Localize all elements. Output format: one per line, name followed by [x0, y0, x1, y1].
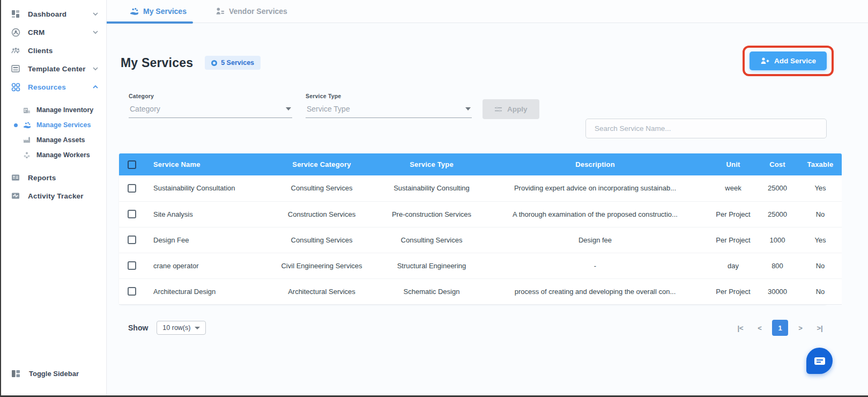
category-select[interactable]: Category: [129, 99, 292, 118]
sidebar-item-label: Clients: [28, 47, 99, 55]
column-header[interactable]: Service Category: [260, 153, 383, 175]
cell-cost: 1000: [756, 227, 799, 253]
cell-service-category: Civil Engineering Services: [260, 253, 383, 278]
row-checkbox[interactable]: [128, 210, 136, 218]
row-checkbox[interactable]: [128, 287, 136, 296]
cell-unit: Per Project: [710, 278, 756, 304]
sidebar-item-clients[interactable]: Clients: [1, 41, 106, 60]
column-header[interactable]: Unit: [710, 153, 756, 175]
column-header[interactable]: Service Name: [145, 153, 260, 175]
vendor-services-icon: [216, 7, 225, 16]
table-row[interactable]: Design Fee Consulting Services Consultin…: [119, 227, 842, 253]
sidebar-item-activity-tracker[interactable]: Activity Tracker: [1, 187, 106, 205]
cell-taxable: No: [799, 201, 842, 227]
tab-label: My Services: [143, 7, 187, 16]
table-header-row: Service Name Service Category Service Ty…: [119, 153, 842, 175]
content: My Services 5 Services Add Service Categ…: [121, 23, 827, 395]
column-header[interactable]: Description: [480, 153, 710, 175]
cell-cost: 25000: [756, 201, 799, 227]
cell-service-type: Sustainability Consulting: [383, 175, 480, 201]
cell-service-name: Sustainability Consultation: [145, 175, 260, 201]
search-row: [585, 119, 827, 138]
service-type-label: Service Type: [306, 93, 472, 99]
row-checkbox[interactable]: [128, 236, 136, 244]
table-footer: Show 10 row(s) |< < 1 > >|: [121, 317, 827, 339]
cell-description: process of creating and developing the o…: [480, 278, 710, 304]
toggle-sidebar-label: Toggle Sidebar: [29, 370, 79, 378]
cell-taxable: Yes: [799, 227, 842, 253]
row-checkbox[interactable]: [128, 184, 136, 193]
category-placeholder: Category: [130, 105, 160, 113]
caret-down-icon: [195, 327, 200, 329]
tab-vendor-services[interactable]: Vendor Services: [209, 0, 294, 23]
sidebar-item-label: Template Center: [28, 65, 92, 73]
tab-bar: My Services Vendor Services: [107, 0, 868, 23]
sidebar-item-manage-services[interactable]: Manage Services: [1, 117, 106, 133]
cell-description: -: [480, 253, 710, 278]
add-service-icon: [760, 57, 769, 65]
table-row[interactable]: Sustainability Consultation Consulting S…: [119, 175, 842, 201]
chevron-down-icon: [92, 29, 99, 35]
apply-button[interactable]: Apply: [483, 99, 539, 119]
chat-widget-button[interactable]: [806, 348, 833, 374]
tab-my-services[interactable]: My Services: [123, 0, 193, 23]
last-page-button[interactable]: >|: [813, 321, 827, 335]
cell-unit: week: [710, 175, 756, 201]
cell-service-type: Structural Engineering: [383, 253, 480, 278]
table-row[interactable]: Architectural Design Architectural Servi…: [119, 278, 842, 304]
toggle-sidebar-button[interactable]: Toggle Sidebar: [1, 369, 79, 378]
sidebar-item-label: CRM: [28, 28, 92, 36]
cell-description: Providing expert advice on incorporating…: [480, 175, 710, 201]
current-page-button[interactable]: 1: [772, 320, 788, 336]
template-center-icon: [11, 64, 20, 73]
app-window: Dashboard CRM Clients Template Center: [0, 0, 868, 397]
column-header[interactable]: Service Type: [383, 153, 480, 175]
table-row[interactable]: Site Analysis Construction Services Pre-…: [119, 201, 842, 227]
sidebar-item-dashboard[interactable]: Dashboard: [1, 5, 106, 23]
chevron-down-icon: [92, 11, 99, 17]
chat-icon: [814, 357, 825, 365]
row-checkbox[interactable]: [128, 261, 136, 270]
sidebar-item-resources[interactable]: Resources: [1, 78, 106, 96]
column-header[interactable]: Taxable: [799, 153, 842, 175]
sidebar-item-reports[interactable]: Reports: [1, 168, 106, 187]
cell-service-category: Architectural Services: [260, 278, 383, 304]
sidebar-item-manage-workers[interactable]: Manage Workers: [1, 148, 106, 163]
cell-cost: 25000: [756, 175, 799, 201]
chevron-up-icon: [92, 84, 99, 90]
rows-per-page-select[interactable]: 10 row(s): [157, 321, 206, 335]
sidebar-item-label: Resources: [28, 83, 92, 91]
resources-icon: [11, 82, 20, 92]
cell-taxable: No: [799, 278, 842, 304]
select-all-checkbox[interactable]: [128, 160, 136, 169]
add-service-button[interactable]: Add Service: [750, 52, 827, 70]
cell-service-category: Construction Services: [260, 201, 383, 227]
sidebar-item-label: Reports: [28, 174, 99, 182]
services-count-label: 5 Services: [221, 59, 254, 67]
sidebar-item-label: Manage Assets: [36, 136, 85, 144]
sidebar-item-label: Manage Workers: [36, 151, 90, 159]
crm-icon: [11, 27, 20, 37]
table-row[interactable]: crane operator Civil Engineering Service…: [119, 253, 842, 278]
cell-service-type: Pre-construction Services: [383, 201, 480, 227]
sidebar-item-manage-assets[interactable]: Manage Assets: [1, 133, 106, 148]
cell-description: Design fee: [480, 227, 710, 253]
next-page-button[interactable]: >: [793, 321, 807, 335]
category-filter: Category Category: [129, 93, 292, 118]
cell-service-category: Consulting Services: [260, 175, 383, 201]
circle-icon: [211, 60, 217, 66]
apply-label: Apply: [507, 105, 528, 113]
page-title: My Services: [121, 56, 193, 70]
category-label: Category: [129, 93, 292, 99]
column-header[interactable]: Cost: [756, 153, 799, 175]
first-page-button[interactable]: |<: [733, 321, 747, 335]
sidebar-item-crm[interactable]: CRM: [1, 23, 106, 41]
sidebar-item-template-center[interactable]: Template Center: [1, 60, 106, 78]
search-service-input[interactable]: [585, 119, 827, 138]
service-type-select[interactable]: Service Type: [306, 99, 472, 118]
sidebar-item-manage-inventory[interactable]: Manage Inventory: [1, 102, 106, 117]
clients-icon: [11, 46, 20, 55]
prev-page-button[interactable]: <: [753, 321, 767, 335]
sidebar-item-label: Manage Inventory: [36, 106, 93, 114]
manage-assets-icon: [23, 136, 31, 144]
